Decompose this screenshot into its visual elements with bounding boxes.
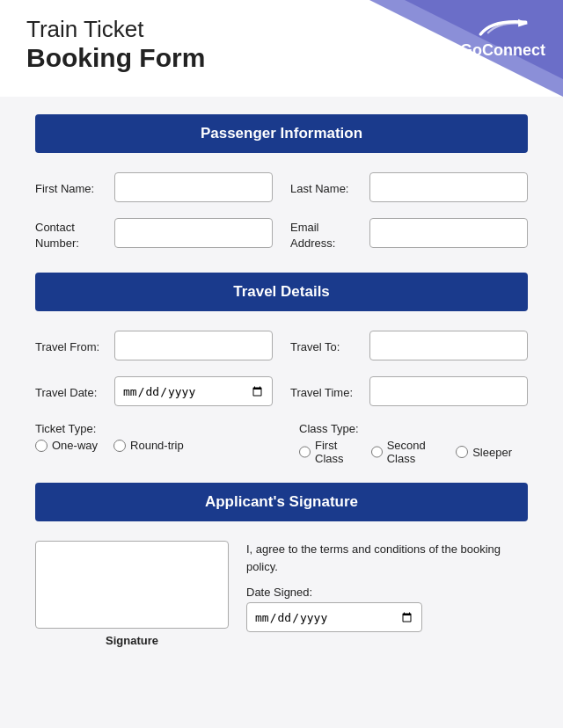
travel-from-group: Travel From: xyxy=(35,331,273,360)
travel-time-group: Travel Time: xyxy=(290,376,528,406)
sig-label: Signature xyxy=(35,634,229,647)
form-body: Passenger Information First Name: Last N… xyxy=(0,97,563,673)
sig-terms-text: I, agree to the terms and conditions of … xyxy=(246,541,528,575)
travel-time-label: Travel Time: xyxy=(290,384,361,399)
travel-to-group: Travel To: xyxy=(290,331,528,360)
header-title: Train Ticket Booking Form xyxy=(26,16,205,73)
last-name-group: Last Name: xyxy=(290,172,528,202)
contact-input[interactable] xyxy=(114,218,273,248)
travel-date-label: Travel Date: xyxy=(35,384,106,399)
class-sleeper-option[interactable]: Sleeper xyxy=(456,446,512,459)
email-label: EmailAddress: xyxy=(290,218,361,251)
page: Train Ticket Booking Form GoConnect Pass… xyxy=(0,0,563,728)
last-name-label: Last Name: xyxy=(290,180,361,195)
travel-from-to-row: Travel From: Travel To: xyxy=(35,331,528,360)
ticket-type-group: Ticket Type: One-way Round-trip xyxy=(35,422,264,465)
first-name-label: First Name: xyxy=(35,180,106,195)
passenger-section-header: Passenger Information xyxy=(35,114,528,153)
class-sleeper-radio[interactable] xyxy=(456,446,468,458)
class-second-option[interactable]: Second Class xyxy=(371,439,441,465)
travel-from-label: Travel From: xyxy=(35,339,106,353)
class-first-radio[interactable] xyxy=(299,446,311,458)
sig-right: I, agree to the terms and conditions of … xyxy=(246,541,528,632)
class-first-label: First Class xyxy=(315,439,355,465)
first-name-input[interactable] xyxy=(114,172,273,202)
travel-date-input[interactable] xyxy=(114,376,273,406)
contact-label: ContactNumber: xyxy=(35,218,106,251)
ticket-roundtrip-radio[interactable] xyxy=(113,440,126,452)
class-second-radio[interactable] xyxy=(371,446,383,458)
ticket-oneway-label: One-way xyxy=(52,439,98,452)
travel-date-time-row: Travel Date: Travel Time: xyxy=(35,376,528,406)
sig-box-container: Signature xyxy=(35,541,229,647)
travel-section-header: Travel Details xyxy=(35,273,528,311)
class-type-group: Class Type: First Class Second Class Sle… xyxy=(299,422,528,465)
ticket-type-options: One-way Round-trip xyxy=(35,439,264,452)
travel-to-label: Travel To: xyxy=(290,339,361,353)
travel-to-input[interactable] xyxy=(369,331,528,360)
logo-connect: Connect xyxy=(482,41,545,59)
sig-date-label: Date Signed: xyxy=(246,586,528,599)
class-type-options: First Class Second Class Sleeper xyxy=(299,439,528,465)
class-type-label: Class Type: xyxy=(299,422,528,435)
ticket-type-label: Ticket Type: xyxy=(35,422,264,435)
header-logo: GoConnect xyxy=(460,13,545,60)
class-second-label: Second Class xyxy=(387,439,441,465)
header-line2: Booking Form xyxy=(26,43,205,73)
logo-text: GoConnect xyxy=(460,41,545,60)
class-sleeper-label: Sleeper xyxy=(472,446,512,459)
signature-section-header: Applicant's Signature xyxy=(35,483,528,521)
sig-date-input[interactable] xyxy=(246,602,422,632)
first-name-group: First Name: xyxy=(35,172,273,202)
ticket-class-row: Ticket Type: One-way Round-trip Class Ty… xyxy=(35,422,528,465)
email-input[interactable] xyxy=(369,218,528,248)
travel-from-input[interactable] xyxy=(114,331,273,360)
train-icon xyxy=(477,13,530,40)
last-name-input[interactable] xyxy=(369,172,528,202)
travel-date-group: Travel Date: xyxy=(35,376,273,406)
contact-group: ContactNumber: xyxy=(35,218,273,251)
email-group: EmailAddress: xyxy=(290,218,528,251)
header-line1: Train Ticket xyxy=(26,16,205,43)
ticket-roundtrip-label: Round-trip xyxy=(130,439,184,452)
contact-row: ContactNumber: EmailAddress: xyxy=(35,218,528,251)
signature-body: Signature I, agree to the terms and cond… xyxy=(35,541,528,647)
ticket-oneway-radio[interactable] xyxy=(35,440,48,452)
class-first-option[interactable]: First Class xyxy=(299,439,355,465)
name-row: First Name: Last Name: xyxy=(35,172,528,202)
header: Train Ticket Booking Form GoConnect xyxy=(0,0,563,97)
ticket-roundtrip-option[interactable]: Round-trip xyxy=(113,439,184,452)
logo-go: Go xyxy=(460,41,482,59)
travel-time-input[interactable] xyxy=(369,376,528,406)
sig-date-group: Date Signed: xyxy=(246,586,528,632)
signature-box[interactable] xyxy=(35,541,229,629)
ticket-oneway-option[interactable]: One-way xyxy=(35,439,98,452)
